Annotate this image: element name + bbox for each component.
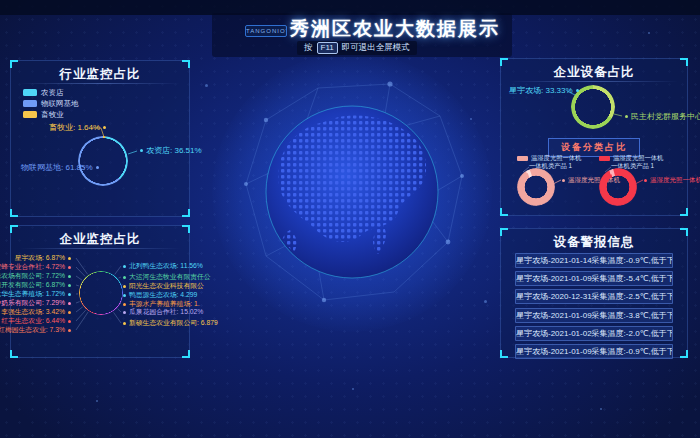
chart-label: 红丰生态农业: 6.44% <box>1 318 71 325</box>
chart-callout: 星宇农场: 33.33% <box>509 87 579 95</box>
chart-callout: 物联网基地: 61.85% <box>21 164 99 172</box>
device-ratio-panel: 企业设备占比 星宇农场: 33.33% 民主村党群服务中心: 设备分类占比 温湿… <box>500 58 688 216</box>
corner-accent <box>10 350 18 358</box>
particle-dot <box>648 32 650 34</box>
chart-label: 鸭思源生态农场: 4.299 <box>123 292 197 299</box>
panel-title: 行业监控占比 <box>11 61 189 83</box>
mini-legend[interactable]: 温湿度光照一体机 <box>517 155 581 161</box>
mini-legend[interactable]: 温湿度光照一体机 <box>599 155 663 161</box>
legend-label: 物联网基地 <box>41 100 79 108</box>
f11-key-badge: F11 <box>317 42 338 54</box>
divider <box>510 81 677 82</box>
chart-label: 丰源水产养殖养殖场: 1. <box>123 301 200 308</box>
chart-label: 北列鸭生态农场: 11.56% <box>123 263 203 270</box>
corner-accent <box>500 350 508 358</box>
corner-accent <box>680 208 688 216</box>
chart-label: 家绿农场有限公司: 7.72% <box>0 273 71 280</box>
chart-callout: 民主村党群服务中心: <box>625 113 700 121</box>
chart-label: 瓜泉花园合作社: 15.02% <box>123 309 203 316</box>
chart-label: 阳光生态农业科技有限公 <box>123 283 204 290</box>
chart-label: 彩蝶蜜蜂专业合作社: 4.72% <box>0 264 71 271</box>
corner-accent <box>10 209 18 217</box>
chart-label: 国开发有限公司: 6.87% <box>0 282 71 289</box>
chart-label: 星宇农场: 6.87% <box>15 255 71 262</box>
industry-monitor-panel: 行业监控占比 农资店 物联网基地 畜牧业 畜牧业: 1.64% 农资店: 36.… <box>10 60 190 217</box>
enterprise-donut-chart[interactable] <box>79 271 123 315</box>
panel-title: 设备警报信息 <box>501 229 687 251</box>
legend-swatch <box>23 111 37 118</box>
particle-dot <box>205 84 208 87</box>
alarm-row: 星宇农场-2020-12-31采集温度:-2.5℃,低于下限:0℃ <box>515 289 673 304</box>
hint-prefix: 按 <box>304 42 313 54</box>
corner-accent <box>182 209 190 217</box>
legend-item[interactable]: 畜牧业 <box>23 111 79 119</box>
alarm-row: 星宇农场-2021-01-02采集温度:-2.0℃,低于下限:0℃ <box>515 326 673 341</box>
page-title: 秀洲区农业大数据展示 <box>290 16 500 42</box>
chart-label: 新硕生态农业有限公司: 6.879 <box>123 320 218 327</box>
legend-swatch <box>23 89 37 96</box>
hint-suffix: 即可退出全屏模式 <box>342 42 410 54</box>
alarm-list[interactable]: 星宇农场-2021-01-14采集温度:-0.9℃,低于下限:0℃ 星宇农场-2… <box>515 253 673 359</box>
legend-swatch <box>23 100 37 107</box>
legend-label: 温湿度光照一体机 <box>531 155 581 161</box>
panel-title: 企业设备占比 <box>501 59 687 81</box>
alarm-row: 星宇农场-2021-01-09采集温度:-5.4℃,低于下限:0℃ <box>515 271 673 286</box>
chart-label: 李强生态农场: 3.42% <box>1 309 71 316</box>
legend-label: 温湿度光照一体机 <box>613 155 663 161</box>
particle-dot <box>484 300 487 303</box>
alarm-row: 星宇农场-2021-01-09采集温度:-3.8℃,低于下限:0℃ <box>515 308 673 323</box>
legend-item[interactable]: 物联网基地 <box>23 100 79 108</box>
fullscreen-hint: 按 F11 即可退出全屏模式 <box>297 41 417 55</box>
alarm-row: 星宇农场-2021-01-09采集温度:-0.9℃,低于下限:0℃ <box>515 344 673 359</box>
corner-accent <box>500 208 508 216</box>
logo-text: TANGONIOT <box>246 28 287 34</box>
legend-label: 农资店 <box>41 89 64 97</box>
particle-dot <box>600 408 602 410</box>
chart-callout: 温湿度光照一体机 <box>644 177 700 184</box>
device-alarm-panel: 设备警报信息 星宇农场-2021-01-14采集温度:-0.9℃,低于下限:0℃… <box>500 228 688 358</box>
chart-callout: 畜牧业: 1.64% <box>49 124 106 132</box>
chart-label: 大运河生态牧业有限责任公 <box>123 274 211 281</box>
alarm-row: 星宇农场-2021-01-14采集温度:-0.9℃,低于下限:0℃ <box>515 253 673 268</box>
particle-dot <box>96 400 98 402</box>
chart-label: 红梅园生态农业: 7.3% <box>0 327 71 334</box>
legend-item[interactable]: 农资店 <box>23 89 79 97</box>
classification-donut-right[interactable] <box>595 164 642 211</box>
globe-visualization <box>232 72 472 312</box>
logo-badge: TANGONIOT <box>245 25 287 37</box>
classification-donut-left[interactable] <box>512 163 561 212</box>
panel-title: 企业监控占比 <box>11 226 189 248</box>
divider <box>20 83 180 84</box>
industry-legend: 农资店 物联网基地 畜牧业 <box>23 89 79 122</box>
chart-label: 七华生态养殖场: 1.72% <box>0 291 71 298</box>
legend-swatch <box>599 156 610 161</box>
legend-swatch <box>517 156 528 161</box>
corner-accent <box>182 350 190 358</box>
dashboard: TANGONIOT 秀洲区农业大数据展示 按 F11 即可退出全屏模式 行业监控… <box>0 0 700 438</box>
divider <box>20 248 180 249</box>
legend-label: 畜牧业 <box>41 111 64 119</box>
chart-label: 中奶乐有限公司: 7.29% <box>0 300 71 307</box>
particle-dot <box>352 388 354 390</box>
enterprise-monitor-panel: 企业监控占比 星宇农场: 6.87% 彩蝶蜜蜂专业合作社: 4.72% 家绿农场… <box>10 225 190 358</box>
chart-callout: 农资店: 36.51% <box>140 147 202 155</box>
corner-accent <box>680 350 688 358</box>
industry-donut-chart[interactable] <box>78 136 128 186</box>
